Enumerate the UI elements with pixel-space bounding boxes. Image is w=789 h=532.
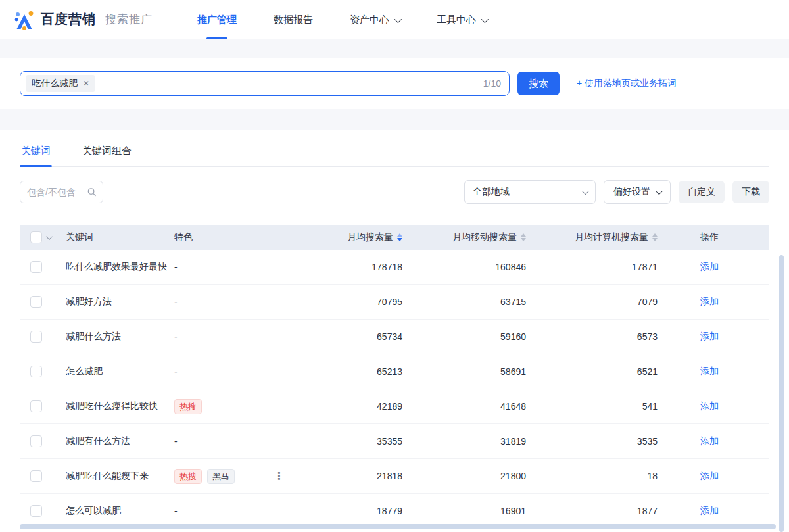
customize-button[interactable]: 自定义 xyxy=(679,181,725,203)
features-cell: 热搜 xyxy=(174,399,302,414)
row-checkbox[interactable] xyxy=(30,470,42,482)
row-select-cell xyxy=(20,331,66,343)
header-avg-search[interactable]: 月均搜索量 xyxy=(302,231,402,243)
sort-icon[interactable] xyxy=(521,233,526,241)
add-keyword-link[interactable]: 添加 xyxy=(700,331,719,341)
keyword-cell: 减肥好方法 xyxy=(66,296,174,308)
contain-filter-input[interactable] xyxy=(20,181,103,203)
mobile-search-cell: 58691 xyxy=(402,366,526,377)
row-select-cell xyxy=(20,400,66,412)
landing-page-expand-link[interactable]: + 使用落地页或业务拓词 xyxy=(577,78,677,89)
tab-keyword-combinations[interactable]: 关键词组合 xyxy=(81,142,133,166)
features-cell: - xyxy=(174,331,302,342)
action-cell: 添加 xyxy=(658,366,769,377)
header-features: 特色 xyxy=(174,231,302,243)
keyword-cell: 减肥吃什么瘦得比较快 xyxy=(66,400,174,412)
mobile-search-cell: 16901 xyxy=(402,506,526,516)
row-checkbox[interactable] xyxy=(30,331,42,343)
horizontal-scrollbar[interactable] xyxy=(20,524,776,529)
filter-toolbar: 全部地域 偏好设置 自定义 下载 xyxy=(20,180,769,204)
nav-item-label: 工具中心 xyxy=(437,14,476,25)
row-checkbox[interactable] xyxy=(30,296,42,308)
add-keyword-link[interactable]: 添加 xyxy=(700,505,719,516)
main-nav: 推广管理 数据报告 资产中心 工具中心 xyxy=(179,0,505,39)
pc-search-cell: 6573 xyxy=(526,331,658,342)
avg-search-cell: 70795 xyxy=(302,297,402,307)
header-mobile-search[interactable]: 月均移动搜索量 xyxy=(402,231,526,243)
add-keyword-link[interactable]: 添加 xyxy=(700,435,719,446)
contain-filter-field[interactable] xyxy=(27,187,82,197)
features-cell: 热搜黑马⋮ xyxy=(174,469,302,484)
mobile-search-cell: 21800 xyxy=(402,471,526,481)
pc-search-cell: 17871 xyxy=(526,262,658,272)
header-keyword: 关键词 xyxy=(66,231,174,243)
select-menu-chevron-icon[interactable] xyxy=(46,233,53,240)
row-checkbox[interactable] xyxy=(30,435,42,447)
keyword-search-input[interactable]: 吃什么减肥 ✕ 1/10 xyxy=(20,71,510,96)
mobile-search-cell: 31819 xyxy=(402,436,526,447)
add-keyword-link[interactable]: 添加 xyxy=(700,261,719,272)
add-keyword-link[interactable]: 添加 xyxy=(700,366,719,376)
nav-item-promotion-management[interactable]: 推广管理 xyxy=(195,0,239,39)
chevron-down-icon xyxy=(656,187,663,195)
nav-item-data-report[interactable]: 数据报告 xyxy=(271,0,316,39)
nav-item-asset-center[interactable]: 资产中心 xyxy=(347,0,402,39)
keyword-cell: 怎么减肥 xyxy=(66,366,174,377)
preference-settings-label: 偏好设置 xyxy=(613,186,650,198)
chevron-down-icon xyxy=(394,15,402,22)
add-keyword-link[interactable]: 添加 xyxy=(700,400,719,411)
search-icon xyxy=(87,187,96,197)
add-keyword-link[interactable]: 添加 xyxy=(700,470,719,481)
tab-keywords[interactable]: 关键词 xyxy=(20,142,52,166)
pc-search-cell: 6521 xyxy=(526,366,658,377)
remove-tag-icon[interactable]: ✕ xyxy=(83,79,89,88)
sort-icon[interactable] xyxy=(397,233,402,241)
avg-search-cell: 178718 xyxy=(302,262,402,272)
search-button[interactable]: 搜索 xyxy=(517,72,560,95)
baidu-marketing-logo[interactable]: 百度营销 搜索推广 xyxy=(13,9,153,31)
pc-search-cell: 541 xyxy=(526,401,658,412)
features-cell: - xyxy=(174,506,302,516)
filter-right-group: 全部地域 偏好设置 自定义 下载 xyxy=(464,180,769,204)
add-keyword-link[interactable]: 添加 xyxy=(700,296,719,306)
pc-search-cell: 7079 xyxy=(526,297,658,307)
nav-item-tool-center[interactable]: 工具中心 xyxy=(434,0,489,39)
mobile-search-cell: 41648 xyxy=(402,401,526,412)
table-row: 减肥有什么方法 - 35355 31819 3535 添加 xyxy=(20,424,769,459)
pc-search-cell: 18 xyxy=(526,471,658,481)
download-button[interactable]: 下载 xyxy=(732,181,769,203)
nav-item-label: 资产中心 xyxy=(350,14,389,25)
vertical-scrollbar[interactable] xyxy=(779,255,784,532)
sort-icon[interactable] xyxy=(652,233,658,241)
select-all-checkbox[interactable] xyxy=(30,231,42,243)
features-cell: - xyxy=(174,366,302,377)
table-row: 减肥吃什么能瘦下来 热搜黑马⋮ 21818 21800 18 添加 xyxy=(20,459,769,494)
region-dropdown[interactable]: 全部地域 xyxy=(464,180,596,204)
table-row: 吃什么减肥效果最好最快 - 178718 160846 17871 添加 xyxy=(20,250,769,285)
row-checkbox[interactable] xyxy=(30,400,42,412)
row-select-cell xyxy=(20,261,66,273)
row-checkbox[interactable] xyxy=(30,505,42,517)
table-row: 减肥什么方法 - 65734 59160 6573 添加 xyxy=(20,320,769,354)
table-body: 吃什么减肥效果最好最快 - 178718 160846 17871 添加 减肥好… xyxy=(20,250,769,529)
more-features-icon[interactable]: ⋮ xyxy=(274,470,302,482)
action-cell: 添加 xyxy=(658,296,769,308)
action-cell: 添加 xyxy=(658,400,769,412)
keyword-tag: 吃什么减肥 ✕ xyxy=(26,75,95,92)
avg-search-cell: 42189 xyxy=(302,401,402,412)
keyword-results-card: 关键词 关键词组合 全部地域 偏好设置 自定义 下载 xyxy=(0,130,789,532)
preference-settings-button[interactable]: 偏好设置 xyxy=(604,180,671,204)
action-cell: 添加 xyxy=(658,470,769,482)
header-action: 操作 xyxy=(658,231,769,243)
row-select-cell xyxy=(20,296,66,308)
table-row: 减肥吃什么瘦得比较快 热搜 42189 41648 541 添加 xyxy=(20,389,769,424)
result-tabs: 关键词 关键词组合 xyxy=(20,142,769,167)
keyword-search-panel: 吃什么减肥 ✕ 1/10 搜索 + 使用落地页或业务拓词 xyxy=(0,58,789,109)
row-checkbox[interactable] xyxy=(30,261,42,273)
pc-search-cell: 1877 xyxy=(526,506,658,516)
header-pc-search[interactable]: 月均计算机搜索量 xyxy=(526,231,658,243)
page-root: 百度营销 搜索推广 推广管理 数据报告 资产中心 工具中心 吃什么减肥 ✕ 1/… xyxy=(0,0,789,532)
row-checkbox[interactable] xyxy=(30,366,42,377)
table-row: 怎么减肥 - 65213 58691 6521 添加 xyxy=(20,354,769,389)
mobile-search-cell: 160846 xyxy=(402,262,526,272)
